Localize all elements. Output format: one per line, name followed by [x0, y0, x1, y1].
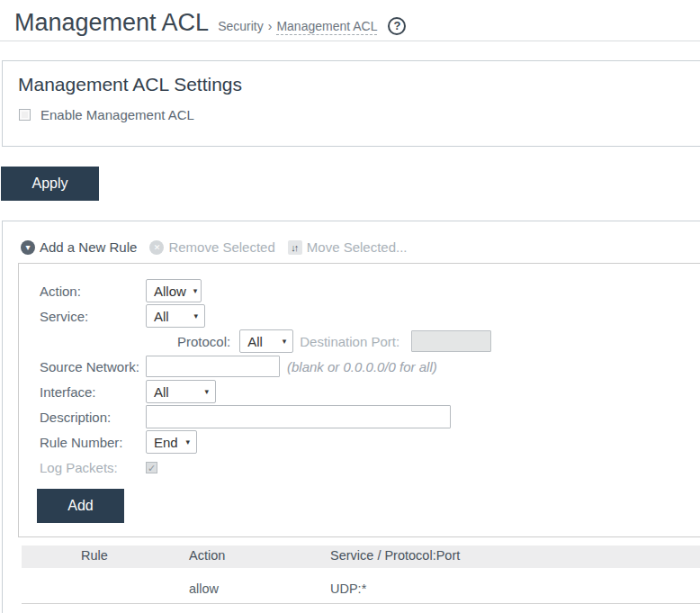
protocol-row: Protocol: All ▾ Destination Port:: [40, 329, 700, 353]
chevron-down-icon: ▾: [185, 437, 190, 446]
protocol-select-value: All: [247, 334, 263, 349]
action-label: Action:: [40, 284, 146, 299]
service-select-value: All: [154, 309, 169, 324]
service-select[interactable]: All ▾: [146, 304, 205, 328]
page-header: Management ACL Security›Management ACL ?: [0, 0, 700, 41]
move-arrows-icon: ↓↑: [288, 240, 302, 255]
chevron-down-icon: ▾: [193, 286, 198, 295]
description-label: Description:: [40, 410, 146, 425]
interface-row: Interface: All ▾: [40, 380, 700, 403]
service-cell: UDP:*: [330, 581, 366, 596]
rule-number-label: Rule Number:: [40, 435, 146, 450]
source-network-label: Source Network:: [40, 359, 146, 374]
rule-number-select-value: End: [154, 435, 178, 450]
description-input[interactable]: [146, 405, 451, 428]
source-network-row: Source Network: (blank or 0.0.0.0/0 for …: [40, 355, 700, 378]
chevron-down-icon: ▾: [204, 387, 209, 396]
new-rule-form: Action: Allow ▾ Service: All ▾ Protocol:…: [18, 263, 700, 537]
interface-select-value: All: [154, 384, 169, 400]
chevron-down-icon: ▾: [283, 337, 287, 346]
chevron-down-icon: ▾: [193, 311, 198, 320]
rules-panel: ▾ Add a New Rule ✕ Remove Selected ↓↑ Mo…: [2, 221, 700, 613]
source-network-input[interactable]: [146, 356, 280, 377]
protocol-label: Protocol:: [177, 334, 230, 349]
help-icon[interactable]: ?: [388, 17, 406, 35]
rule-number-row: Rule Number: End ▾: [40, 430, 700, 454]
action-cell: allow: [189, 581, 219, 596]
rule-column-header: Rule: [81, 548, 108, 563]
description-row: Description:: [40, 405, 700, 428]
x-circle-icon: ✕: [149, 240, 164, 255]
add-new-rule-label: Add a New Rule: [40, 239, 137, 255]
rule-number-select[interactable]: End ▾: [146, 430, 197, 454]
log-packets-row: Log Packets: ✓: [40, 455, 700, 479]
breadcrumb-separator: ›: [268, 19, 273, 33]
action-column-header: Action: [189, 548, 225, 563]
service-column-header: Service / Protocol:Port: [330, 548, 460, 563]
page-title: Management ACL: [14, 8, 209, 37]
action-select[interactable]: Allow ▾: [146, 279, 202, 302]
settings-heading: Management ACL Settings: [18, 74, 700, 95]
breadcrumb: Security›Management ACL: [218, 19, 377, 33]
move-selected-button[interactable]: ↓↑ Move Selected...: [288, 239, 408, 255]
interface-select[interactable]: All ▾: [146, 380, 216, 403]
rules-table-header: Rule Action Service / Protocol:Port: [22, 545, 700, 568]
move-selected-label: Move Selected...: [307, 239, 408, 255]
service-label: Service:: [40, 309, 146, 324]
destination-port-label: Destination Port:: [300, 334, 399, 349]
protocol-select[interactable]: All ▾: [239, 329, 293, 353]
apply-button[interactable]: Apply: [1, 167, 99, 201]
enable-management-acl-checkbox[interactable]: [19, 109, 31, 121]
settings-panel: Management ACL Settings Enable Managemen…: [2, 60, 700, 147]
remove-selected-label: Remove Selected: [168, 239, 274, 255]
enable-management-acl-row[interactable]: Enable Management ACL: [19, 107, 700, 122]
source-network-hint: (blank or 0.0.0.0/0 for all): [287, 359, 437, 374]
chevron-down-circle-icon: ▾: [21, 240, 35, 255]
log-packets-checkbox[interactable]: ✓: [146, 462, 157, 473]
interface-label: Interface:: [40, 384, 146, 400]
breadcrumb-current-page[interactable]: Management ACL: [276, 19, 377, 35]
action-row: Action: Allow ▾: [40, 279, 700, 302]
add-rule-submit-button[interactable]: Add: [37, 489, 124, 523]
service-row: Service: All ▾: [40, 304, 700, 328]
action-select-value: Allow: [154, 284, 186, 299]
table-row[interactable]: allow UDP:*: [22, 579, 700, 604]
remove-selected-button[interactable]: ✕ Remove Selected: [149, 239, 274, 255]
rules-table: Rule Action Service / Protocol:Port allo…: [22, 545, 700, 604]
rules-toolbar: ▾ Add a New Rule ✕ Remove Selected ↓↑ Mo…: [3, 221, 700, 255]
enable-management-acl-label: Enable Management ACL: [40, 107, 194, 122]
add-new-rule-button[interactable]: ▾ Add a New Rule: [21, 239, 137, 255]
log-packets-label: Log Packets:: [40, 460, 146, 475]
destination-port-input[interactable]: [411, 330, 491, 352]
breadcrumb-security-link[interactable]: Security: [218, 19, 264, 33]
